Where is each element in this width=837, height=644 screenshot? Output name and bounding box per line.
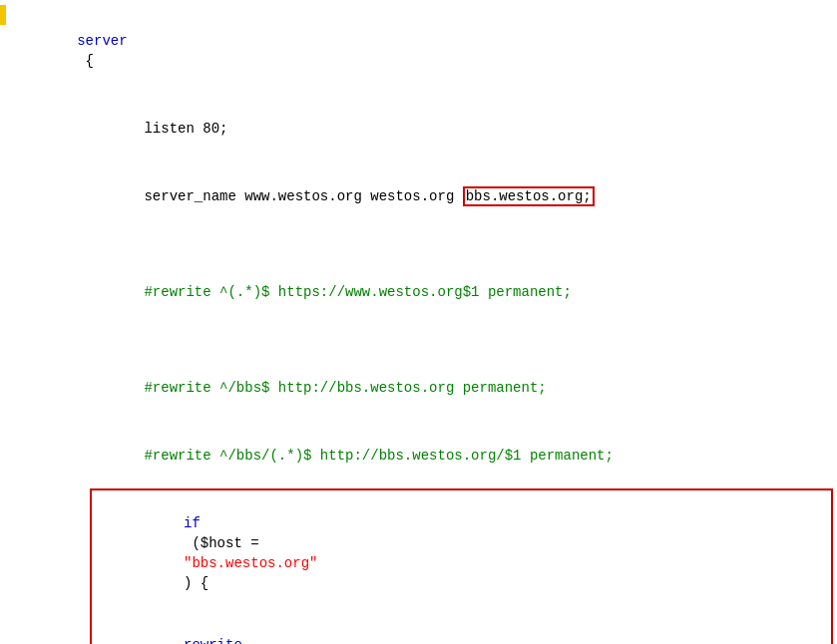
line-comment-rewrite-https: #rewrite ^(.*)$ https://www.westos.org$1… — [0, 255, 837, 323]
line-listen: listen 80; — [0, 92, 837, 160]
code-listen: listen 80; — [77, 121, 227, 137]
if-paren: ($host = — [184, 535, 267, 551]
line-comment-rewrite-bbs-param: #rewrite ^/bbs/(.*)$ http://bbs.westos.o… — [0, 419, 837, 486]
line-text: rewrite ^/(.*)$ http://www.westos.org/bb… — [96, 615, 586, 644]
keyword-if: if — [184, 515, 201, 531]
line-comment-rewrite-bbs: #rewrite ^/bbs$ http://bbs.westos.org pe… — [0, 351, 837, 419]
top-section: server { listen 80; server_name www.west… — [0, 0, 837, 644]
if-block: if ($host = "bbs.westos.org" ) { rewrite… — [90, 488, 833, 644]
line-text: server { — [6, 11, 128, 91]
line-text — [6, 330, 18, 350]
line-empty-1 — [0, 227, 837, 255]
keyword-server: server — [77, 33, 127, 49]
line-empty-2 — [0, 323, 837, 351]
line-text: #rewrite ^(.*)$ https://www.westos.org$1… — [6, 262, 572, 322]
line-server-name: server_name www.westos.org westos.org bb… — [0, 160, 837, 227]
line-server-open: server { — [0, 4, 837, 92]
brace-open: { — [77, 53, 94, 69]
keyword-rewrite: rewrite — [184, 637, 242, 644]
line-text: #rewrite ^/bbs$ http://bbs.westos.org pe… — [6, 358, 547, 418]
if-string: "bbs.westos.org" — [184, 555, 317, 571]
if-close: ) { — [184, 575, 209, 591]
code-server-name: server_name www.westos.org westos.org — [77, 188, 462, 204]
line-if: if ($host = "bbs.westos.org" ) { — [96, 492, 827, 614]
line-text: listen 80; — [6, 99, 227, 159]
line-text — [6, 234, 18, 254]
bbs-highlight: bbs.westos.org; — [463, 186, 595, 206]
comment-rewrite-https: #rewrite ^(.*)$ https://www.westos.org$1… — [77, 284, 572, 300]
line-text: #rewrite ^/bbs/(.*)$ http://bbs.westos.o… — [6, 426, 614, 485]
line-rewrite: rewrite ^/(.*)$ http://www.westos.org/bb… — [96, 614, 827, 644]
comment-rewrite-bbs: #rewrite ^/bbs$ http://bbs.westos.org pe… — [77, 380, 546, 396]
code-container: server { listen 80; server_name www.west… — [0, 0, 837, 644]
line-text: server_name www.westos.org westos.org bb… — [6, 166, 595, 226]
comment-rewrite-bbs-param: #rewrite ^/bbs/(.*)$ http://bbs.westos.o… — [77, 448, 614, 464]
line-text: if ($host = "bbs.westos.org" ) { — [96, 493, 317, 613]
